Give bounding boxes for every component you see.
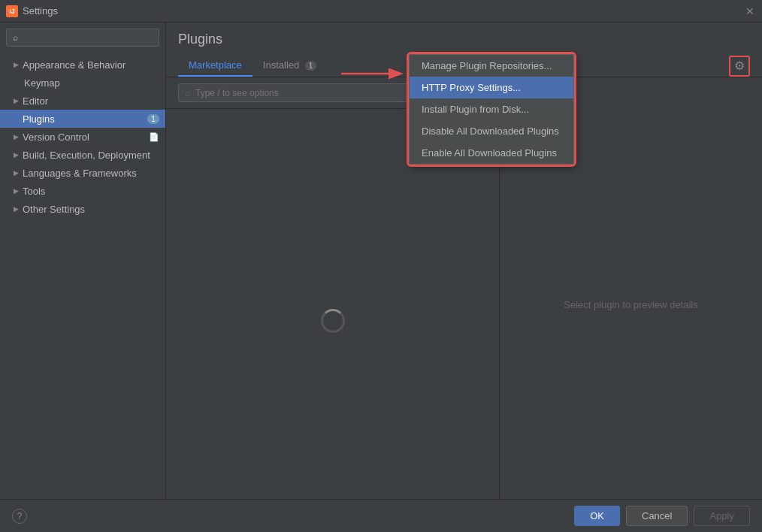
sidebar-item-label: Version Control [23,131,146,143]
sidebar-item-tools[interactable]: ▶ Tools [0,182,165,200]
sidebar-item-build[interactable]: ▶ Build, Execution, Deployment [0,146,165,164]
arrow-svg [341,66,409,81]
gear-icon: ⚙ [734,59,745,73]
main-container: ⌕ ▶ Appearance & Behavior Keymap ▶ Edito… [0,23,762,532]
sidebar-item-label: Keymap [24,77,159,89]
chevron-icon: ▶ [12,97,20,104]
title-bar: IJ Settings ✕ [0,0,762,23]
dropdown-item-manage-repos[interactable]: Manage Plugin Repositories... [410,55,573,77]
bottom-buttons: OK Cancel Apply [574,506,750,526]
dropdown-menu: Manage Plugin Repositories... HTTP Proxy… [409,54,574,165]
tab-installed-label: Installed [263,59,299,71]
installed-badge: 1 [305,61,317,71]
sidebar-search-box[interactable]: ⌕ [6,29,159,47]
search-icon: ⌕ [185,87,191,98]
sidebar-items-list: ▶ Appearance & Behavior Keymap ▶ Editor … [0,53,165,532]
chevron-icon: ▶ [12,151,20,159]
sidebar-item-label: Build, Execution, Deployment [23,150,159,161]
dropdown-item-install-disk[interactable]: Install Plugin from Disk... [410,98,573,120]
tab-marketplace[interactable]: Marketplace [178,55,252,77]
empty-state-message: Select plugin to preview details [564,299,698,310]
arrow-indicator [341,66,409,81]
chevron-icon: ▶ [12,205,20,213]
chevron-icon: ▶ [12,169,20,177]
spinner-icon [321,309,345,333]
sidebar-item-label: Languages & Frameworks [23,168,159,179]
cancel-button[interactable]: Cancel [626,506,688,526]
sidebar-item-plugins[interactable]: ▶ Plugins 1 [0,110,165,128]
sidebar-item-editor[interactable]: ▶ Editor [0,92,165,110]
dropdown-item-enable-all[interactable]: Enable All Downloaded Plugins [410,142,573,164]
ok-button[interactable]: OK [574,506,620,526]
sidebar-item-label: Appearance & Behavior [23,59,159,71]
sidebar-item-label: Plugins [23,113,144,125]
loading-spinner [321,309,345,333]
chevron-icon: ▶ [12,115,20,122]
tab-installed[interactable]: Installed 1 [252,55,328,77]
app-icon: IJ [6,5,18,17]
sidebar-item-appearance[interactable]: ▶ Appearance & Behavior [0,56,165,74]
sidebar-item-keymap[interactable]: Keymap [0,74,165,92]
window-title: Settings [23,5,58,17]
chevron-icon: ▶ [12,133,20,141]
gear-button[interactable]: ⚙ [729,56,750,77]
apply-button[interactable]: Apply [694,506,750,526]
sidebar-item-languages[interactable]: ▶ Languages & Frameworks [0,164,165,182]
sidebar-item-version-control[interactable]: ▶ Version Control 📄 [0,128,165,146]
dropdown-item-http-proxy[interactable]: HTTP Proxy Settings... [410,77,573,98]
sidebar-item-label: Editor [23,95,159,107]
sidebar-item-other[interactable]: ▶ Other Settings [0,200,165,218]
plugins-title: Plugins [178,32,750,47]
search-icon: ⌕ [13,32,18,43]
plugins-badge: 1 [147,114,159,124]
plugin-content [166,109,499,532]
dropdown-item-disable-all[interactable]: Disable All Downloaded Plugins [410,120,573,142]
sidebar-search-input[interactable] [21,32,153,43]
sidebar-item-label: Tools [23,186,159,197]
chevron-icon: ▶ [12,187,20,195]
bottom-bar: ? OK Cancel Apply [0,499,762,532]
help-button[interactable]: ? [12,509,27,524]
tab-marketplace-label: Marketplace [189,59,242,71]
sidebar-item-label: Other Settings [23,204,159,215]
sidebar: ⌕ ▶ Appearance & Behavior Keymap ▶ Edito… [0,23,166,532]
title-bar-left: IJ Settings [6,5,58,17]
help-icon: ? [17,511,23,521]
close-button[interactable]: ✕ [744,5,756,17]
chevron-icon: ▶ [12,61,20,68]
